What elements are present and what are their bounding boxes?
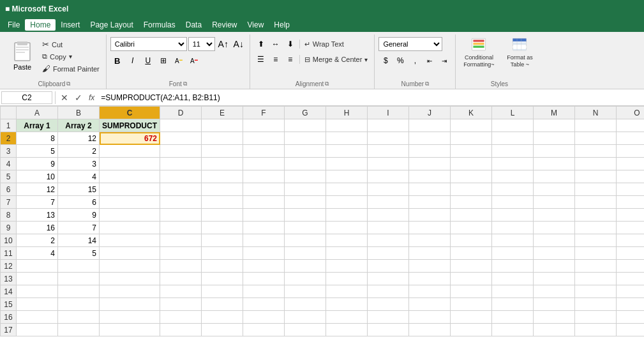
cell-H5[interactable]: [326, 170, 368, 183]
cell-F7[interactable]: [243, 196, 285, 209]
fill-color-button[interactable]: A━: [172, 54, 186, 68]
cell-A17[interactable]: [17, 324, 58, 336]
cell-N2[interactable]: [575, 132, 617, 145]
cell-L11[interactable]: [492, 247, 534, 260]
cell-M3[interactable]: [534, 145, 575, 158]
cell-H12[interactable]: [326, 260, 368, 273]
row-header-13[interactable]: 13: [1, 273, 17, 285]
row-header-15[interactable]: 15: [1, 298, 17, 311]
cell-D17[interactable]: [160, 324, 202, 336]
cell-F13[interactable]: [243, 273, 285, 285]
cell-G3[interactable]: [285, 145, 326, 158]
cell-A4[interactable]: 9: [17, 158, 58, 170]
cell-L12[interactable]: [492, 260, 534, 273]
cell-J6[interactable]: [409, 183, 451, 196]
cell-J12[interactable]: [409, 260, 451, 273]
cell-B5[interactable]: 4: [58, 170, 100, 183]
cell-N15[interactable]: [575, 298, 617, 311]
cell-L14[interactable]: [492, 285, 534, 298]
cell-J13[interactable]: [409, 273, 451, 285]
cell-F10[interactable]: [243, 234, 285, 247]
cell-E5[interactable]: [202, 170, 243, 183]
cell-K9[interactable]: [451, 222, 492, 234]
cell-I1[interactable]: [368, 119, 409, 132]
cell-G5[interactable]: [285, 170, 326, 183]
col-header-F[interactable]: F: [243, 107, 285, 119]
cell-I3[interactable]: [368, 145, 409, 158]
cell-M13[interactable]: [534, 273, 575, 285]
row-header-3[interactable]: 3: [1, 145, 17, 158]
cell-A14[interactable]: [17, 285, 58, 298]
cell-N3[interactable]: [575, 145, 617, 158]
cell-D3[interactable]: [160, 145, 202, 158]
cell-H7[interactable]: [326, 196, 368, 209]
increase-decimal-button[interactable]: ⇥: [437, 54, 451, 68]
conditional-formatting-button[interactable]: ConditionalFormatting~: [460, 37, 498, 69]
cell-F9[interactable]: [243, 222, 285, 234]
cell-E17[interactable]: [202, 324, 243, 336]
cell-O1[interactable]: [617, 119, 645, 132]
cell-O17[interactable]: [617, 324, 645, 336]
cell-E3[interactable]: [202, 145, 243, 158]
cell-C13[interactable]: [100, 273, 160, 285]
cell-K7[interactable]: [451, 196, 492, 209]
cell-N12[interactable]: [575, 260, 617, 273]
cell-A7[interactable]: 7: [17, 196, 58, 209]
cell-N13[interactable]: [575, 273, 617, 285]
cell-H4[interactable]: [326, 158, 368, 170]
cell-L4[interactable]: [492, 158, 534, 170]
cell-H8[interactable]: [326, 209, 368, 222]
cell-M5[interactable]: [534, 170, 575, 183]
cell-N10[interactable]: [575, 234, 617, 247]
cell-G10[interactable]: [285, 234, 326, 247]
cell-B8[interactable]: 9: [58, 209, 100, 222]
cell-C12[interactable]: [100, 260, 160, 273]
cell-G2[interactable]: [285, 132, 326, 145]
cell-O5[interactable]: [617, 170, 645, 183]
menu-home[interactable]: Home: [25, 19, 56, 31]
cell-J15[interactable]: [409, 298, 451, 311]
cell-K2[interactable]: [451, 132, 492, 145]
cell-M10[interactable]: [534, 234, 575, 247]
cell-L5[interactable]: [492, 170, 534, 183]
format-painter-button[interactable]: 🖌 Format Painter: [40, 63, 102, 75]
col-header-J[interactable]: J: [409, 107, 451, 119]
align-bottom-button[interactable]: ⬇: [283, 37, 297, 51]
decrease-decimal-button[interactable]: ⇤: [423, 54, 437, 68]
cell-F11[interactable]: [243, 247, 285, 260]
menu-review[interactable]: Review: [207, 19, 242, 31]
cell-H2[interactable]: [326, 132, 368, 145]
cell-C14[interactable]: [100, 285, 160, 298]
cell-I12[interactable]: [368, 260, 409, 273]
cell-A10[interactable]: 2: [17, 234, 58, 247]
cell-O7[interactable]: [617, 196, 645, 209]
row-header-4[interactable]: 4: [1, 158, 17, 170]
cell-G1[interactable]: [285, 119, 326, 132]
cell-I16[interactable]: [368, 311, 409, 324]
cell-A1[interactable]: Array 1: [17, 119, 58, 132]
cell-D12[interactable]: [160, 260, 202, 273]
cancel-formula-button[interactable]: ✕: [58, 91, 71, 104]
underline-button[interactable]: U: [141, 54, 155, 68]
row-header-1[interactable]: 1: [1, 119, 17, 132]
cell-J4[interactable]: [409, 158, 451, 170]
cell-F16[interactable]: [243, 311, 285, 324]
cell-C17[interactable]: [100, 324, 160, 336]
cell-M4[interactable]: [534, 158, 575, 170]
cell-G14[interactable]: [285, 285, 326, 298]
merge-dropdown-icon[interactable]: ▾: [364, 56, 368, 63]
cell-L1[interactable]: [492, 119, 534, 132]
cell-M12[interactable]: [534, 260, 575, 273]
font-name-select[interactable]: Calibri: [110, 37, 187, 51]
align-center-button[interactable]: ≡: [269, 52, 283, 66]
border-button[interactable]: ⊞: [156, 54, 170, 68]
cell-A9[interactable]: 16: [17, 222, 58, 234]
cell-J1[interactable]: [409, 119, 451, 132]
cell-L13[interactable]: [492, 273, 534, 285]
cell-B1[interactable]: Array 2: [58, 119, 100, 132]
cell-E15[interactable]: [202, 298, 243, 311]
menu-view[interactable]: View: [243, 19, 269, 31]
align-top-button[interactable]: ⬆: [254, 37, 268, 51]
cell-D9[interactable]: [160, 222, 202, 234]
cell-B13[interactable]: [58, 273, 100, 285]
